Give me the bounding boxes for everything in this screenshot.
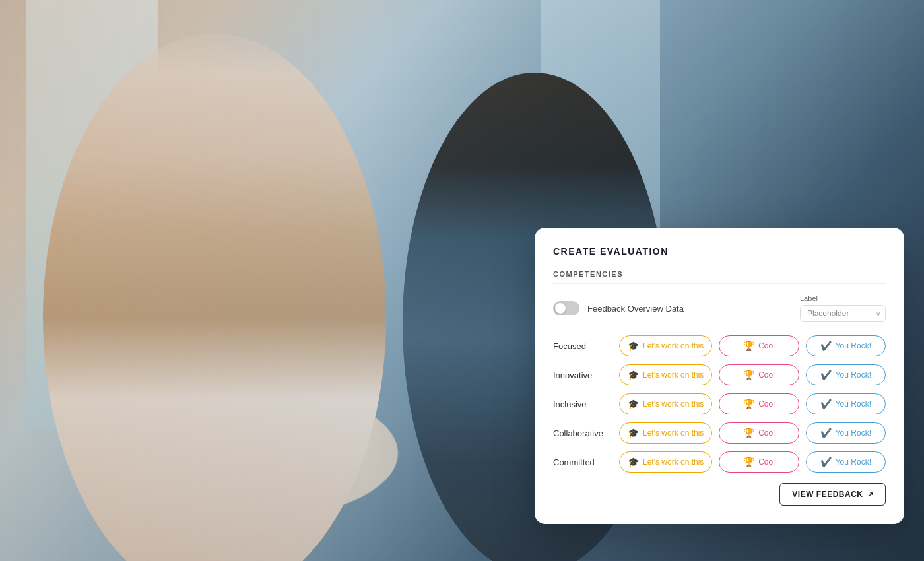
- cool-icon: 🏆: [743, 341, 754, 351]
- inclusive-lets-work-btn[interactable]: 🎓 Let's work on this: [619, 393, 712, 414]
- committed-you-rock-btn[interactable]: ✔️ You Rock!: [806, 451, 886, 473]
- competency-row-committed: Committed 🎓 Let's work on this 🏆 Cool ✔️…: [553, 451, 886, 473]
- competency-name-committed: Committed: [553, 457, 612, 467]
- competency-name-inclusive: Inclusive: [553, 399, 612, 409]
- collaborative-you-rock-btn[interactable]: ✔️ You Rock!: [806, 422, 886, 444]
- competency-name-collaborative: Collaborative: [553, 428, 612, 438]
- external-link-icon: ↗: [867, 490, 874, 499]
- committed-lets-work-btn[interactable]: 🎓 Let's work on this: [619, 451, 712, 473]
- competency-name-focused: Focused: [553, 341, 612, 351]
- competency-row-collaborative: Collaborative 🎓 Let's work on this 🏆 Coo…: [553, 422, 886, 444]
- label-section: Label Placeholder: [800, 294, 886, 322]
- cool-icon-3: 🏆: [743, 399, 754, 409]
- you-rock-icon-2: ✔️: [820, 370, 832, 380]
- label-select[interactable]: Placeholder: [800, 305, 886, 322]
- competency-name-innovative: Innovative: [553, 370, 612, 380]
- lets-work-icon: 🎓: [628, 341, 639, 351]
- you-rock-icon-4: ✔️: [820, 428, 832, 438]
- evaluation-card: CREATE EVALUATION COMPETENCIES Feedback …: [535, 228, 904, 524]
- view-feedback-label: VIEW FEEDBACK: [792, 490, 863, 499]
- feedback-toggle[interactable]: [553, 301, 579, 315]
- cool-icon-5: 🏆: [743, 457, 754, 467]
- label-select-wrapper: Placeholder: [800, 305, 886, 322]
- label-title: Label: [800, 294, 818, 302]
- competency-row-inclusive: Inclusive 🎓 Let's work on this 🏆 Cool ✔️…: [553, 393, 886, 414]
- view-feedback-row: VIEW FEEDBACK ↗: [553, 483, 886, 506]
- you-rock-icon: ✔️: [820, 341, 832, 351]
- innovative-lets-work-btn[interactable]: 🎓 Let's work on this: [619, 364, 712, 385]
- lets-work-icon-4: 🎓: [628, 428, 639, 438]
- innovative-you-rock-btn[interactable]: ✔️ You Rock!: [806, 364, 886, 385]
- focused-cool-btn[interactable]: 🏆 Cool: [719, 335, 799, 356]
- view-feedback-button[interactable]: VIEW FEEDBACK ↗: [779, 483, 886, 506]
- you-rock-icon-5: ✔️: [820, 457, 832, 467]
- feedback-overview-label: Feedback Overview Data: [587, 304, 792, 314]
- focused-you-rock-btn[interactable]: ✔️ You Rock!: [806, 335, 886, 356]
- card-title: CREATE EVALUATION: [553, 246, 886, 257]
- you-rock-icon-3: ✔️: [820, 399, 832, 409]
- lets-work-icon-5: 🎓: [628, 457, 639, 467]
- inclusive-you-rock-btn[interactable]: ✔️ You Rock!: [806, 393, 886, 414]
- competency-row-innovative: Innovative 🎓 Let's work on this 🏆 Cool ✔…: [553, 364, 886, 385]
- competency-row-focused: Focused 🎓 Let's work on this 🏆 Cool ✔️ Y…: [553, 335, 886, 356]
- committed-cool-btn[interactable]: 🏆 Cool: [719, 451, 799, 473]
- focused-lets-work-btn[interactable]: 🎓 Let's work on this: [619, 335, 712, 356]
- toggle-knob: [555, 303, 566, 314]
- lets-work-icon-3: 🎓: [628, 399, 639, 409]
- innovative-cool-btn[interactable]: 🏆 Cool: [719, 364, 799, 385]
- collaborative-lets-work-btn[interactable]: 🎓 Let's work on this: [619, 422, 712, 444]
- cool-icon-4: 🏆: [743, 428, 754, 438]
- feedback-overview-row: Feedback Overview Data Label Placeholder: [553, 294, 886, 322]
- competencies-section-label: COMPETENCIES: [553, 270, 886, 284]
- inclusive-cool-btn[interactable]: 🏆 Cool: [719, 393, 799, 414]
- lets-work-icon-2: 🎓: [628, 370, 639, 380]
- cool-icon-2: 🏆: [743, 370, 754, 380]
- collaborative-cool-btn[interactable]: 🏆 Cool: [719, 422, 799, 444]
